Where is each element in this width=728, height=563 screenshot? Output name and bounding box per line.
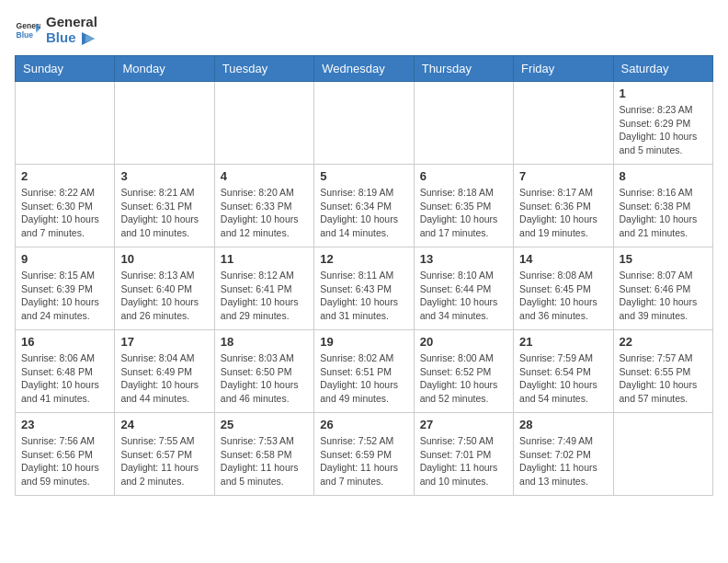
- calendar-cell: 28Sunrise: 7:49 AM Sunset: 7:02 PM Dayli…: [514, 413, 613, 496]
- calendar-cell: [514, 82, 613, 165]
- calendar-cell: 22Sunrise: 7:57 AM Sunset: 6:55 PM Dayli…: [613, 330, 712, 413]
- day-number: 3: [120, 169, 208, 183]
- calendar-cell: 27Sunrise: 7:50 AM Sunset: 7:01 PM Dayli…: [414, 413, 513, 496]
- day-number: 21: [519, 335, 607, 349]
- day-number: 18: [221, 335, 308, 349]
- calendar-cell: 1Sunrise: 8:23 AM Sunset: 6:29 PM Daylig…: [613, 82, 712, 165]
- calendar-table: SundayMondayTuesdayWednesdayThursdayFrid…: [15, 55, 713, 496]
- day-info: Sunrise: 8:13 AM Sunset: 6:40 PM Dayligh…: [120, 269, 208, 323]
- day-info: Sunrise: 7:59 AM Sunset: 6:54 PM Dayligh…: [519, 351, 607, 406]
- calendar-cell: [314, 82, 414, 165]
- day-info: Sunrise: 8:06 AM Sunset: 6:48 PM Dayligh…: [21, 351, 108, 406]
- day-info: Sunrise: 8:04 AM Sunset: 6:49 PM Dayligh…: [120, 351, 208, 406]
- day-info: Sunrise: 7:55 AM Sunset: 6:57 PM Dayligh…: [120, 434, 208, 488]
- calendar-cell: 18Sunrise: 8:03 AM Sunset: 6:50 PM Dayli…: [214, 330, 313, 413]
- header-day-monday: Monday: [115, 56, 214, 82]
- day-number: 4: [221, 169, 308, 183]
- day-number: 1: [620, 86, 707, 100]
- day-info: Sunrise: 8:22 AM Sunset: 6:30 PM Dayligh…: [21, 186, 108, 240]
- logo-text-blue: Blue: [46, 29, 76, 45]
- day-info: Sunrise: 7:53 AM Sunset: 6:58 PM Dayligh…: [221, 434, 308, 488]
- calendar-cell: [613, 413, 712, 496]
- header-day-friday: Friday: [514, 56, 613, 82]
- calendar-cell: 19Sunrise: 8:02 AM Sunset: 6:51 PM Dayli…: [314, 330, 414, 413]
- day-info: Sunrise: 7:52 AM Sunset: 6:59 PM Dayligh…: [320, 434, 407, 488]
- day-info: Sunrise: 8:21 AM Sunset: 6:31 PM Dayligh…: [120, 186, 208, 240]
- calendar-cell: 4Sunrise: 8:20 AM Sunset: 6:33 PM Daylig…: [214, 165, 313, 247]
- calendar-cell: 25Sunrise: 7:53 AM Sunset: 6:58 PM Dayli…: [214, 413, 313, 496]
- calendar-header-row: SundayMondayTuesdayWednesdayThursdayFrid…: [16, 56, 713, 82]
- day-info: Sunrise: 8:19 AM Sunset: 6:34 PM Dayligh…: [320, 186, 407, 240]
- logo-icon: General Blue: [15, 17, 40, 43]
- day-info: Sunrise: 8:11 AM Sunset: 6:43 PM Dayligh…: [320, 269, 407, 323]
- day-number: 13: [420, 252, 507, 266]
- calendar-cell: 26Sunrise: 7:52 AM Sunset: 6:59 PM Dayli…: [314, 413, 414, 496]
- day-info: Sunrise: 8:15 AM Sunset: 6:39 PM Dayligh…: [21, 269, 108, 323]
- day-number: 19: [320, 335, 407, 349]
- svg-text:Blue: Blue: [17, 30, 34, 40]
- day-info: Sunrise: 8:18 AM Sunset: 6:35 PM Dayligh…: [420, 186, 507, 240]
- calendar-cell: 8Sunrise: 8:16 AM Sunset: 6:38 PM Daylig…: [613, 165, 712, 247]
- day-number: 25: [221, 418, 308, 431]
- calendar-cell: [16, 82, 115, 165]
- calendar-cell: 11Sunrise: 8:12 AM Sunset: 6:41 PM Dayli…: [214, 247, 313, 330]
- day-info: Sunrise: 8:12 AM Sunset: 6:41 PM Dayligh…: [221, 269, 308, 323]
- calendar-week-row: 23Sunrise: 7:56 AM Sunset: 6:56 PM Dayli…: [16, 413, 713, 496]
- calendar-cell: 20Sunrise: 8:00 AM Sunset: 6:52 PM Dayli…: [414, 330, 513, 413]
- header-day-saturday: Saturday: [613, 56, 712, 82]
- day-number: 8: [620, 169, 707, 183]
- day-number: 9: [21, 252, 108, 266]
- day-info: Sunrise: 8:07 AM Sunset: 6:46 PM Dayligh…: [620, 269, 707, 323]
- logo: General Blue General Blue: [15, 15, 98, 46]
- day-number: 11: [221, 252, 308, 266]
- day-number: 22: [620, 335, 707, 349]
- calendar-cell: 5Sunrise: 8:19 AM Sunset: 6:34 PM Daylig…: [314, 165, 414, 247]
- day-number: 26: [320, 418, 407, 431]
- day-info: Sunrise: 7:57 AM Sunset: 6:55 PM Dayligh…: [620, 351, 707, 406]
- calendar-cell: 13Sunrise: 8:10 AM Sunset: 6:44 PM Dayli…: [414, 247, 513, 330]
- header-day-tuesday: Tuesday: [214, 56, 313, 82]
- day-info: Sunrise: 8:08 AM Sunset: 6:45 PM Dayligh…: [519, 269, 607, 323]
- day-number: 20: [420, 335, 507, 349]
- calendar-cell: 7Sunrise: 8:17 AM Sunset: 6:36 PM Daylig…: [514, 165, 613, 247]
- calendar-cell: 12Sunrise: 8:11 AM Sunset: 6:43 PM Dayli…: [314, 247, 414, 330]
- day-number: 14: [519, 252, 607, 266]
- calendar-week-row: 9Sunrise: 8:15 AM Sunset: 6:39 PM Daylig…: [16, 247, 713, 330]
- calendar-week-row: 2Sunrise: 8:22 AM Sunset: 6:30 PM Daylig…: [16, 165, 713, 247]
- day-info: Sunrise: 8:20 AM Sunset: 6:33 PM Dayligh…: [221, 186, 308, 240]
- day-number: 17: [120, 335, 208, 349]
- day-info: Sunrise: 8:16 AM Sunset: 6:38 PM Dayligh…: [620, 186, 707, 240]
- day-number: 23: [21, 418, 108, 431]
- day-number: 24: [120, 418, 208, 431]
- calendar-cell: 21Sunrise: 7:59 AM Sunset: 6:54 PM Dayli…: [514, 330, 613, 413]
- header-day-sunday: Sunday: [16, 56, 115, 82]
- header: General Blue General Blue: [15, 15, 713, 46]
- logo-arrow-icon: [82, 32, 98, 45]
- day-info: Sunrise: 8:10 AM Sunset: 6:44 PM Dayligh…: [420, 269, 507, 323]
- day-info: Sunrise: 7:49 AM Sunset: 7:02 PM Dayligh…: [519, 434, 607, 488]
- calendar-cell: [115, 82, 214, 165]
- calendar-cell: 10Sunrise: 8:13 AM Sunset: 6:40 PM Dayli…: [115, 247, 214, 330]
- calendar-cell: [414, 82, 513, 165]
- calendar-cell: 3Sunrise: 8:21 AM Sunset: 6:31 PM Daylig…: [115, 165, 214, 247]
- day-number: 10: [120, 252, 208, 266]
- calendar-cell: [214, 82, 313, 165]
- day-number: 5: [320, 169, 407, 183]
- day-number: 12: [320, 252, 407, 266]
- calendar-cell: 9Sunrise: 8:15 AM Sunset: 6:39 PM Daylig…: [16, 247, 115, 330]
- calendar-cell: 23Sunrise: 7:56 AM Sunset: 6:56 PM Dayli…: [16, 413, 115, 496]
- day-number: 15: [620, 252, 707, 266]
- day-info: Sunrise: 7:56 AM Sunset: 6:56 PM Dayligh…: [21, 434, 108, 488]
- calendar-cell: 6Sunrise: 8:18 AM Sunset: 6:35 PM Daylig…: [414, 165, 513, 247]
- calendar-cell: 14Sunrise: 8:08 AM Sunset: 6:45 PM Dayli…: [514, 247, 613, 330]
- day-number: 27: [420, 418, 507, 431]
- calendar-week-row: 1Sunrise: 8:23 AM Sunset: 6:29 PM Daylig…: [16, 82, 713, 165]
- day-number: 6: [420, 169, 507, 183]
- day-info: Sunrise: 8:23 AM Sunset: 6:29 PM Dayligh…: [620, 103, 707, 157]
- calendar-cell: 16Sunrise: 8:06 AM Sunset: 6:48 PM Dayli…: [16, 330, 115, 413]
- day-number: 28: [519, 418, 607, 431]
- day-info: Sunrise: 8:17 AM Sunset: 6:36 PM Dayligh…: [519, 186, 607, 240]
- calendar-cell: 15Sunrise: 8:07 AM Sunset: 6:46 PM Dayli…: [613, 247, 712, 330]
- calendar-cell: 2Sunrise: 8:22 AM Sunset: 6:30 PM Daylig…: [16, 165, 115, 247]
- calendar-cell: 24Sunrise: 7:55 AM Sunset: 6:57 PM Dayli…: [115, 413, 214, 496]
